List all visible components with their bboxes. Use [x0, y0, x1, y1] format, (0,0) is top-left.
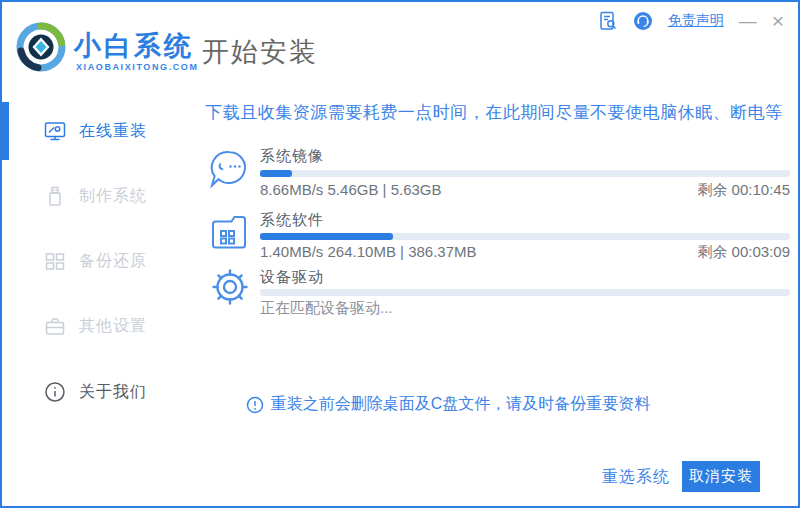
titlebar-controls: 免责声明 — ×	[598, 10, 784, 32]
support-headset-icon[interactable]	[633, 11, 653, 31]
backup-notice: 重装之前会删除桌面及C盘文件，请及时备份重要资料	[198, 394, 698, 415]
sidebar-item-label: 其他设置	[79, 316, 147, 337]
task-remaining-time: 剩余 00:10:45	[697, 181, 790, 200]
task-stats-row: 8.66MB/s 5.46GB | 5.63GB 剩余 00:10:45	[260, 181, 790, 200]
reselect-system-button[interactable]: 重选系统	[598, 462, 674, 492]
page-title: 开始安装	[202, 34, 318, 70]
sidebar-item-label: 在线重装	[79, 121, 147, 142]
progress-track	[260, 170, 790, 177]
task-title: 设备驱动	[260, 268, 324, 287]
sidebar-item-other-settings[interactable]: 其他设置	[2, 309, 192, 343]
task-stats-row: 1.40MB/s 264.10MB | 386.37MB 剩余 00:03:09	[260, 243, 790, 262]
toolbox-icon	[44, 315, 66, 337]
progress-fill	[260, 170, 292, 177]
progress-fill	[260, 233, 393, 240]
disclaimer-link[interactable]: 免责声明	[668, 12, 724, 30]
sidebar-item-backup-restore[interactable]: 备份还原	[2, 244, 192, 278]
backup-notice-text: 重装之前会删除桌面及C盘文件，请及时备份重要资料	[271, 394, 651, 415]
sidebar-item-online-reinstall[interactable]: 在线重装	[2, 114, 192, 148]
gear-icon	[210, 267, 250, 307]
sidebar-item-make-system[interactable]: 制作系统	[2, 179, 192, 213]
cancel-install-button[interactable]: 取消安装	[682, 461, 760, 492]
brand-name: 小白系统	[74, 28, 194, 64]
folder-apps-icon	[209, 211, 249, 253]
doc-search-icon[interactable]	[598, 11, 618, 31]
usb-drive-icon	[44, 185, 66, 207]
sidebar-item-label: 关于我们	[79, 382, 147, 403]
sidebar-item-label: 制作系统	[79, 186, 147, 207]
close-button[interactable]: ×	[772, 11, 784, 31]
progress-track	[260, 233, 790, 240]
sidebar-item-label: 备份还原	[79, 251, 147, 272]
progress-track	[260, 289, 790, 296]
mascot-face-icon	[207, 147, 251, 193]
warning-banner: 下载且收集资源需要耗费一点时间，在此期间尽量不要使电脑休眠、断电等	[198, 101, 790, 124]
sidebar-item-about-us[interactable]: 关于我们	[2, 375, 192, 409]
task-speed-size: 1.40MB/s 264.10MB | 386.37MB	[260, 243, 477, 262]
task-status-text: 正在匹配设备驱动...	[260, 299, 393, 318]
app-window: 小白系统 XIAOBAIXITONG.COM 开始安装 免责声明 — ×	[0, 0, 800, 508]
task-speed-size: 8.66MB/s 5.46GB | 5.63GB	[260, 181, 442, 200]
task-title: 系统软件	[260, 211, 324, 230]
info-circle-icon	[44, 381, 66, 403]
monitor-reinstall-icon	[44, 120, 66, 142]
task-remaining-time: 剩余 00:03:09	[697, 243, 790, 262]
task-title: 系统镜像	[260, 147, 324, 166]
minimize-button[interactable]: —	[739, 11, 757, 31]
backup-grid-icon	[44, 250, 66, 272]
alert-circle-icon	[246, 396, 264, 414]
brand-domain: XIAOBAIXITONG.COM	[76, 62, 199, 72]
app-logo-icon	[16, 22, 66, 72]
